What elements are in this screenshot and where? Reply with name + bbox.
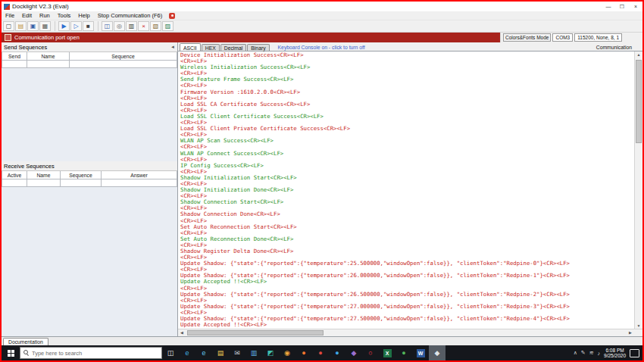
port-open-icon [5, 34, 11, 41]
log-line: Update Accepted !!<CR><LF> [180, 322, 634, 328]
log-line: Firmware Version :1610.2.0.0<CR><LF> [180, 89, 634, 95]
app-green-icon[interactable]: ● [395, 345, 412, 360]
menu-item-stop[interactable]: Stop Communication (F6) [94, 12, 166, 19]
ie-icon[interactable]: e [195, 345, 212, 360]
colors-fonts-mode-button[interactable]: Colors&Fonts Mode [503, 33, 551, 42]
maximize-button[interactable]: ☐ [615, 2, 629, 11]
vertical-scroll-track[interactable] [635, 58, 642, 323]
stop-button[interactable]: ■ [83, 21, 94, 31]
receive-table-header: ActiveNameSequenceAnswer [2, 171, 177, 179]
firefox-icon[interactable]: ● [295, 345, 312, 360]
new-file-button[interactable]: ▢ [3, 21, 14, 31]
vertical-scrollbar[interactable]: ▲ ▼ [634, 51, 642, 329]
close-button[interactable]: × [629, 2, 642, 11]
keyboard-console-button[interactable]: ▥ [126, 21, 137, 31]
word-icon[interactable]: W [412, 345, 429, 360]
font-settings-button[interactable]: ▨ [162, 21, 174, 31]
scrollbar-corner [634, 329, 642, 336]
horizontal-scroll-thumb[interactable] [187, 330, 324, 335]
tab-ascii[interactable]: ASCII [180, 43, 201, 51]
save-button[interactable]: ▣ [27, 21, 39, 31]
comm-mode-button[interactable]: ◫ [102, 21, 113, 31]
open-file-button[interactable]: ▤ [15, 21, 27, 31]
receive-sequences-section: Receive Sequences ActiveNameSequenceAnsw… [2, 161, 177, 336]
receive-sequences-table: ActiveNameSequenceAnswer [2, 171, 177, 187]
capture-tool-icon[interactable]: ◆ [429, 345, 445, 360]
empty-cell[interactable] [27, 61, 70, 68]
log-line: Update Shadow: {"state":{"reported":{"te… [180, 304, 634, 310]
receive-table-empty-row[interactable] [2, 179, 177, 187]
keyboard-console-link[interactable]: Keyboard Console on - click to turn off [278, 45, 365, 51]
record-indicator-icon [169, 13, 175, 19]
action-center-icon[interactable] [630, 349, 639, 357]
receive-sequences-empty-area [2, 187, 177, 336]
run-once-button[interactable]: ▷ [70, 21, 82, 31]
start-button[interactable] [2, 345, 20, 360]
log-line: Shadow Register Delta Done<CR><LF> [180, 248, 634, 254]
tab-hex[interactable]: HEX [202, 44, 220, 51]
log-line: IP Config Success<CR><LF> [180, 163, 634, 169]
opera-icon[interactable]: ○ [362, 345, 379, 360]
options-button[interactable]: ▧ [150, 21, 161, 31]
sequences-panel: Send Sequences ◄ SendNameSequence Receiv… [2, 42, 178, 336]
file-explorer-icon[interactable]: ▤ [212, 345, 229, 360]
print-button[interactable]: ▦ [39, 21, 51, 31]
comm-log[interactable]: Device Initialization Success<CR><LF><CR… [178, 51, 634, 329]
log-line: Device Initialization Success<CR><LF> [180, 52, 634, 58]
photos-icon[interactable]: ◩ [262, 345, 279, 360]
tray-chevron-icon[interactable]: ∧ [574, 350, 577, 356]
excel-icon[interactable]: X [379, 345, 395, 360]
windows-logo-icon [8, 350, 14, 357]
status-banner-text: Communication port open [14, 34, 80, 41]
volume-icon[interactable]: ♪ [598, 351, 601, 356]
menu-item-help[interactable]: Help [74, 12, 93, 19]
com-port-button[interactable]: COM3 [552, 33, 573, 42]
app-purple-icon[interactable]: ◆ [345, 345, 362, 360]
store-icon[interactable]: ▥ [245, 345, 262, 360]
stop-comm-red-button[interactable]: × [138, 21, 149, 31]
column-header-sequence: Sequence [61, 171, 102, 179]
empty-cell[interactable] [2, 179, 27, 187]
scroll-right-icon[interactable]: ▶ [627, 329, 634, 336]
log-line: Update Shadow: {"state":{"reported":{"te… [180, 261, 634, 267]
vertical-scroll-thumb[interactable] [636, 60, 642, 143]
documentation-tab[interactable]: Documentation [3, 338, 48, 345]
scroll-left-icon[interactable]: ◀ [178, 329, 186, 336]
empty-cell[interactable] [61, 179, 102, 187]
pen-icon[interactable]: ✎ [581, 350, 586, 356]
edge-icon[interactable]: e [179, 345, 195, 360]
find-button[interactable]: ◎ [114, 21, 125, 31]
app-red-icon[interactable]: ● [312, 345, 329, 360]
start-communication-button[interactable]: ▶ [58, 21, 70, 31]
menu-item-edit[interactable]: Edit [18, 12, 36, 19]
empty-cell[interactable] [2, 61, 27, 68]
horizontal-scroll-track[interactable] [186, 329, 627, 336]
tab-decimal[interactable]: Decimal [220, 44, 247, 51]
scroll-up-icon[interactable]: ▲ [635, 51, 642, 58]
chrome-icon[interactable]: ◉ [279, 345, 295, 360]
mail-icon[interactable]: ✉ [229, 345, 245, 360]
menu-item-run[interactable]: Run [36, 12, 54, 19]
column-header-sequence: Sequence [70, 52, 177, 61]
communication-panel: ASCIIHEXDecimalBinary Keyboard Console o… [178, 42, 642, 336]
menu-item-tools[interactable]: Tools [54, 12, 75, 19]
task-view-icon[interactable]: ◫ [162, 345, 179, 360]
empty-cell[interactable] [102, 179, 177, 187]
menu-bar: FileEditRunToolsHelpStop Communication (… [2, 11, 166, 20]
network-icon[interactable]: ≋ [589, 350, 594, 356]
send-table-empty-row[interactable] [2, 61, 177, 68]
skype-icon[interactable]: ● [329, 345, 345, 360]
com-params-button[interactable]: 115200, None, 8, 1 [574, 33, 622, 42]
empty-cell[interactable] [27, 179, 61, 187]
horizontal-scrollbar[interactable]: ◀ ▶ [178, 329, 642, 336]
taskbar-clock[interactable]: 6:08 PM 9/25/2020 [604, 348, 626, 359]
scroll-down-icon[interactable]: ▼ [635, 323, 642, 329]
menu-item-file[interactable]: File [2, 12, 18, 19]
taskbar-search[interactable] [20, 347, 162, 359]
minimize-button[interactable]: — [602, 2, 615, 11]
receive-sequences-title: Receive Sequences [4, 163, 55, 170]
collapse-panel-icon[interactable]: ◄ [170, 45, 175, 49]
tab-binary[interactable]: Binary [247, 44, 269, 51]
empty-cell[interactable] [70, 61, 177, 68]
search-input[interactable] [32, 350, 161, 357]
